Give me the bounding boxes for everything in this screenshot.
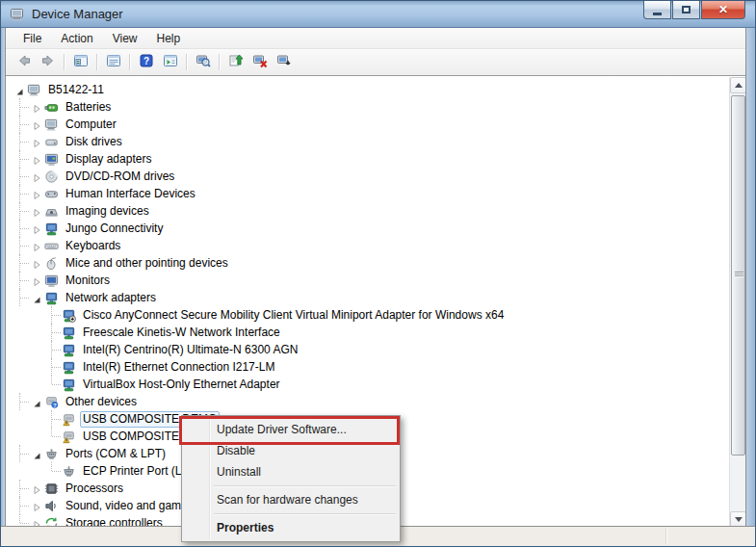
help-icon: ? <box>139 53 154 72</box>
properties-button[interactable] <box>101 51 125 73</box>
toolbar-separator <box>64 54 65 70</box>
collapse-icon[interactable] <box>31 448 42 459</box>
context-menu-item-scan-for-hardware-changes[interactable]: Scan for hardware changes <box>184 489 398 510</box>
tree-item[interactable]: Jungo Connectivity <box>6 220 728 237</box>
network-adapter-icon <box>44 291 59 305</box>
expand-icon[interactable] <box>31 101 42 113</box>
window-title: Device Manager <box>32 7 123 21</box>
scroll-thumb[interactable] <box>731 95 745 456</box>
tree-item[interactable]: Disk drives <box>6 133 728 150</box>
uninstall-button[interactable] <box>248 51 272 73</box>
tree-item-label[interactable]: Human Interface Devices <box>63 187 198 201</box>
tree-item[interactable]: B51422-11 <box>6 81 728 98</box>
menu-view[interactable]: View <box>103 30 147 47</box>
tree-item-label[interactable]: Ports (COM & LPT) <box>63 447 169 461</box>
close-button[interactable]: ✕ <box>701 1 745 19</box>
tree-item-label[interactable]: Batteries <box>63 100 114 115</box>
network-adapter-icon <box>62 343 76 357</box>
tree-item[interactable]: Display adapters <box>6 150 728 168</box>
tree-item[interactable]: Monitors <box>6 272 728 289</box>
tree-item-label[interactable]: Display adapters <box>63 152 154 167</box>
expand-icon[interactable] <box>31 274 42 286</box>
update-driver-button[interactable] <box>223 51 248 73</box>
monitor-icon <box>44 274 59 288</box>
expand-icon[interactable] <box>31 257 42 269</box>
tree-item[interactable]: Keyboards <box>6 237 728 254</box>
network-adapter-icon <box>62 360 76 375</box>
computer-icon <box>44 117 59 132</box>
toolbar: ? <box>6 49 745 75</box>
context-menu-item-disable[interactable]: Disable <box>184 440 398 461</box>
tree-item-label[interactable]: Intel(R) Ethernet Connection I217-LM <box>80 360 277 375</box>
restore-button[interactable] <box>672 1 700 19</box>
tree-item-label[interactable]: Network adapters <box>63 291 159 305</box>
battery-icon <box>44 100 59 115</box>
tree-item[interactable]: Mice and other pointing devices <box>6 254 728 272</box>
scroll-thumb-grip <box>735 272 743 277</box>
expand-icon[interactable] <box>31 222 42 234</box>
tree-item[interactable]: Batteries <box>6 98 728 116</box>
tree-item-label[interactable]: Intel(R) Centrino(R) Ultimate-N 6300 AGN <box>80 343 300 357</box>
forward-arrow-button[interactable] <box>36 51 60 73</box>
tree-item[interactable]: Human Interface Devices <box>6 185 728 202</box>
tree-item[interactable]: VirtualBox Host-Only Ethernet Adapter <box>6 376 728 393</box>
scroll-up-button[interactable] <box>730 77 745 93</box>
tree-item-label[interactable]: Disk drives <box>63 135 125 149</box>
scroll-down-icon <box>735 517 743 522</box>
minimize-button[interactable] <box>643 1 671 19</box>
tree-item-label[interactable]: Imaging devices <box>63 204 152 219</box>
tree-item[interactable]: DVD/CD-ROM drives <box>6 168 728 185</box>
tree-item-label[interactable]: VirtualBox Host-Only Ethernet Adapter <box>80 378 283 392</box>
help-button[interactable]: ? <box>134 51 158 73</box>
menu-action[interactable]: Action <box>51 30 102 47</box>
tree-item-label[interactable]: Cisco AnyConnect Secure Mobility Client … <box>80 308 507 323</box>
tree-item-label[interactable]: Mice and other pointing devices <box>63 256 231 271</box>
expand-icon[interactable] <box>31 118 42 130</box>
context-menu-item-update-driver-software[interactable]: Update Driver Software... <box>184 419 398 440</box>
expand-icon[interactable] <box>31 500 42 511</box>
action-pane-button[interactable] <box>158 51 182 73</box>
collapse-icon[interactable] <box>31 292 42 303</box>
tree-item-label[interactable]: Freescale Kinetis-W Network Interface <box>80 326 283 340</box>
context-menu-item-properties[interactable]: Properties <box>184 517 398 538</box>
window-controls: ✕ <box>642 1 745 19</box>
expand-icon[interactable] <box>31 153 42 165</box>
menu-help[interactable]: Help <box>147 30 191 47</box>
disable-button[interactable] <box>272 51 296 73</box>
back-arrow-button[interactable] <box>12 51 36 73</box>
tree-item-label[interactable]: Keyboards <box>63 239 123 253</box>
collapse-icon[interactable] <box>31 396 42 407</box>
unknown-warning-icon <box>62 430 76 444</box>
tree-item-label[interactable]: Computer <box>63 117 119 132</box>
tree-item-label[interactable]: Processors <box>63 482 126 496</box>
toolbar-separator <box>219 54 220 70</box>
unknown-warning-icon <box>62 412 76 427</box>
expand-icon[interactable] <box>31 240 42 251</box>
collapse-icon[interactable] <box>13 84 25 95</box>
tree-item-label[interactable]: Monitors <box>63 274 113 288</box>
tree-item[interactable]: Intel(R) Ethernet Connection I217-LM <box>6 358 728 376</box>
vertical-scrollbar[interactable] <box>729 77 745 528</box>
context-menu-item-uninstall[interactable]: Uninstall <box>184 461 398 482</box>
scan-hardware-button[interactable] <box>191 51 215 73</box>
tree-item[interactable]: Cisco AnyConnect Secure Mobility Client … <box>6 306 728 324</box>
tree-item[interactable]: Computer <box>6 116 728 133</box>
expand-icon[interactable] <box>31 136 42 147</box>
tree-item[interactable]: Intel(R) Centrino(R) Ultimate-N 6300 AGN <box>6 341 728 358</box>
expand-icon[interactable] <box>31 188 42 199</box>
tree-item-label[interactable]: DVD/CD-ROM drives <box>63 169 177 184</box>
expand-icon[interactable] <box>31 205 42 217</box>
expand-icon[interactable] <box>31 482 42 494</box>
expand-icon[interactable] <box>31 170 42 182</box>
device-manager-app-icon <box>10 7 25 22</box>
console-tree-button[interactable] <box>68 51 92 73</box>
tree-item[interactable]: Imaging devices <box>6 202 728 220</box>
tree-item-label[interactable]: Jungo Connectivity <box>63 221 166 236</box>
tree-item[interactable]: Network adapters <box>6 289 728 306</box>
menu-file[interactable]: File <box>13 30 51 47</box>
tree-item-label[interactable]: B51422-11 <box>45 83 107 97</box>
tree-item[interactable]: ?Other devices <box>6 393 728 410</box>
tree-item[interactable]: Freescale Kinetis-W Network Interface <box>6 324 728 341</box>
title-bar[interactable]: Device Manager ✕ <box>1 1 756 28</box>
tree-item-label[interactable]: Other devices <box>63 395 140 409</box>
